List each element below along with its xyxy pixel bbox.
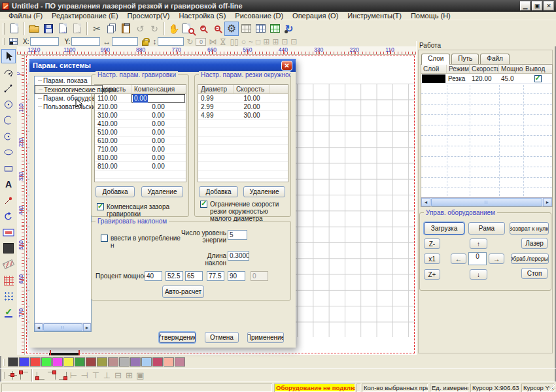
grid-view-icon[interactable] bbox=[253, 22, 268, 36]
zoom-out-icon[interactable]: – bbox=[210, 22, 224, 36]
cut-row[interactable]: 0.9910.00 bbox=[198, 94, 288, 103]
center-point-icon[interactable] bbox=[7, 370, 18, 381]
jog-right-button[interactable]: → bbox=[489, 253, 504, 264]
z-minus-button[interactable]: Z- bbox=[424, 238, 440, 249]
toolbar-grip[interactable] bbox=[3, 359, 5, 366]
pin-tool-icon[interactable] bbox=[1, 193, 16, 208]
palette-swatch[interactable] bbox=[30, 357, 41, 367]
engrave-edit-cell[interactable]: 0.00 bbox=[131, 94, 185, 103]
apply-button[interactable]: Применение bbox=[247, 332, 284, 343]
rotate-tool-icon[interactable] bbox=[1, 209, 16, 223]
close-button[interactable]: ✕ bbox=[544, 1, 554, 10]
palette-swatch[interactable] bbox=[75, 357, 85, 367]
scroll-right-icon[interactable]: ► bbox=[83, 323, 91, 331]
engrave-comp-checkbox[interactable]: ✓ bbox=[97, 203, 104, 210]
fill-rect-tool-icon[interactable] bbox=[1, 225, 16, 240]
align-bottom-icon[interactable]: ⊥ bbox=[101, 370, 113, 381]
array-output-icon[interactable] bbox=[268, 22, 282, 36]
palette-swatch[interactable] bbox=[19, 357, 29, 367]
toolbar-grip[interactable] bbox=[3, 38, 5, 45]
align-frame-icon[interactable]: ▣ bbox=[135, 370, 146, 381]
node-edit-tool-icon[interactable] bbox=[1, 65, 16, 80]
line-tool-icon[interactable] bbox=[1, 81, 16, 95]
scroll-left-icon[interactable]: ◄ bbox=[421, 198, 430, 206]
mirror-horizontal-icon[interactable]: ⋈ bbox=[209, 38, 217, 46]
cut-row[interactable]: 4.9930.00 bbox=[198, 111, 288, 120]
node-rect-icon[interactable]: □ bbox=[256, 38, 260, 46]
menu-item[interactable]: Настройка (S) bbox=[174, 12, 230, 20]
slope-enable-checkbox[interactable] bbox=[101, 235, 108, 242]
cut-icon[interactable]: ✂ bbox=[90, 22, 104, 36]
menu-item[interactable]: Рисование (D) bbox=[230, 12, 288, 20]
menu-item[interactable]: Инструменты(T) bbox=[343, 12, 406, 20]
toolbar-grip[interactable] bbox=[3, 372, 5, 379]
menu-item[interactable]: Помощь (H) bbox=[406, 12, 455, 20]
fill-color-swatch[interactable] bbox=[1, 241, 16, 255]
open-file-icon[interactable] bbox=[27, 22, 41, 36]
undo-icon[interactable]: ↺ bbox=[133, 22, 147, 36]
layers-hscrollbar[interactable]: ◄ ► bbox=[421, 197, 552, 206]
col-output[interactable]: Вывод bbox=[523, 65, 552, 73]
col-speed[interactable]: Скорость bbox=[470, 65, 499, 73]
maximize-button[interactable]: ▣ bbox=[532, 1, 542, 10]
palette-swatch[interactable] bbox=[108, 357, 118, 367]
text-tool-icon[interactable]: A bbox=[1, 177, 16, 191]
arc-center-tool-icon[interactable] bbox=[1, 129, 16, 144]
align-right-icon[interactable]: ⊣ bbox=[79, 370, 90, 381]
scroll-thumb[interactable] bbox=[43, 323, 82, 331]
align-top-icon[interactable]: ⊤ bbox=[90, 370, 101, 381]
simulate-icon[interactable]: ↻ bbox=[282, 22, 296, 36]
pan-hand-icon[interactable]: ✋ bbox=[167, 22, 181, 36]
engrave-remove-button[interactable]: Удаление bbox=[141, 186, 183, 197]
lock-ratio-icon[interactable] bbox=[142, 41, 148, 46]
curve-icon[interactable]: ~ bbox=[249, 38, 253, 46]
col-power[interactable]: Мощно... bbox=[499, 65, 523, 73]
palette-swatch[interactable] bbox=[97, 357, 107, 367]
engrave-row[interactable]: 810.000.00 bbox=[95, 154, 186, 162]
center-horizontal-icon[interactable]: ⊟ bbox=[113, 370, 124, 381]
width-input[interactable] bbox=[112, 37, 138, 46]
jog-down-button[interactable]: ↓ bbox=[470, 269, 487, 280]
power-input-4[interactable]: 77.5 bbox=[207, 271, 224, 281]
col-layer[interactable]: Слой bbox=[421, 65, 447, 73]
hatch-tool-icon[interactable] bbox=[1, 257, 16, 272]
layer-row[interactable]: Резка 120.00 45.0 ✓ bbox=[421, 74, 552, 84]
cut-remove-button[interactable]: Удаление bbox=[243, 186, 285, 197]
arc-tool-icon[interactable] bbox=[1, 113, 16, 127]
engrave-row[interactable]: 710.000.00 bbox=[95, 145, 186, 154]
apply-check-icon[interactable]: ✓ bbox=[1, 305, 16, 319]
palette-swatch[interactable] bbox=[52, 357, 63, 367]
ellipse-tool-icon[interactable] bbox=[1, 145, 16, 159]
power-input-2[interactable]: 52.5 bbox=[165, 271, 183, 281]
ok-button[interactable]: Утверждение bbox=[159, 332, 196, 343]
tile-array-icon[interactable]: ⊞ bbox=[263, 38, 269, 46]
dialog-title-bar[interactable]: Парам. системы ✕ bbox=[29, 59, 296, 72]
power-input-5[interactable]: 90 bbox=[228, 271, 245, 281]
engrave-row[interactable]: 610.000.00 bbox=[95, 137, 186, 145]
rotate-icon[interactable]: ↻ bbox=[186, 38, 193, 46]
frame-button[interactable]: Рама bbox=[468, 222, 505, 235]
export-icon[interactable]: → bbox=[70, 22, 84, 36]
engrave-col-comp[interactable]: Компенсация зазора bbox=[131, 85, 186, 93]
palette-swatch[interactable] bbox=[130, 357, 141, 367]
dot-array-tool-icon[interactable] bbox=[1, 289, 16, 304]
palette-swatch[interactable] bbox=[141, 357, 152, 367]
mirror-vertical-icon[interactable]: ⋈ bbox=[219, 38, 227, 46]
zoom-in-icon[interactable]: + bbox=[196, 22, 210, 36]
engrave-row[interactable]: 110.000.00 bbox=[95, 94, 186, 103]
process-pause-button[interactable]: Обраб./перерыв bbox=[511, 253, 549, 264]
col-mode[interactable]: Режим bbox=[447, 65, 470, 73]
group-icon[interactable]: ⊡ bbox=[281, 38, 288, 46]
slope-length-input[interactable]: 0.30000 bbox=[228, 251, 249, 261]
menu-item[interactable]: Редактирование (E) bbox=[47, 12, 123, 20]
menu-item[interactable]: Просмотр(V) bbox=[123, 12, 175, 20]
cut-limit-checkbox-row[interactable]: ✓ Ограничение скорости резки окружностью… bbox=[200, 201, 289, 222]
engrave-row[interactable]: 210.000.00 bbox=[95, 103, 186, 111]
dialog-close-icon[interactable]: ✕ bbox=[281, 61, 292, 71]
redo-icon[interactable]: ↻ bbox=[147, 22, 162, 36]
engrave-row[interactable]: 510.000.00 bbox=[95, 128, 186, 137]
y-coord-input[interactable] bbox=[71, 37, 100, 46]
stop-button[interactable]: Стоп bbox=[521, 268, 547, 279]
engrave-row[interactable]: 410.000.00 bbox=[95, 120, 186, 128]
arrange-windows-icon[interactable] bbox=[239, 22, 253, 36]
